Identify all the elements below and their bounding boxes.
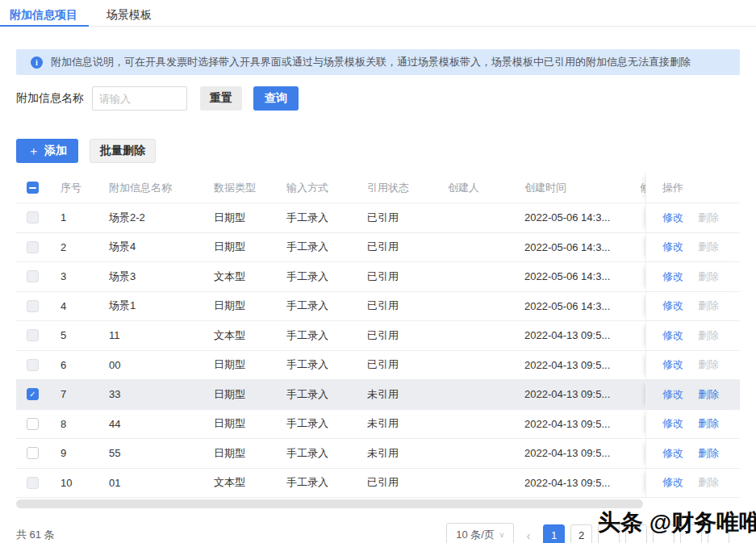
delete-link[interactable]: 删除: [698, 269, 719, 284]
page-size-value: 10 条/页: [456, 528, 495, 542]
row-checkbox-cell: [16, 477, 61, 489]
cell-data-type: 日期型: [214, 240, 286, 254]
plus-icon: ＋: [27, 144, 40, 159]
page-button-obscured[interactable]: [625, 524, 647, 543]
page-button-obscured[interactable]: [680, 524, 702, 543]
info-banner-text: 附加信息说明，可在开具发票时选择带入开具界面或通过与场景模板关联，通过场景模板带…: [51, 55, 691, 69]
edit-link[interactable]: 修改: [662, 328, 683, 343]
row-checkbox[interactable]: ✓: [27, 388, 39, 400]
cell-index: 1: [61, 211, 109, 223]
cell-input-method: 手工录入: [286, 446, 367, 461]
cell-created-at: 2022-05-06 14:3...: [524, 241, 640, 253]
prev-page-icon[interactable]: ‹: [520, 528, 537, 542]
table-row: 2场景4日期型手工录入已引用2022-05-06 14:3...修改删除: [16, 233, 740, 263]
cell-name: 55: [109, 447, 214, 459]
cell-name: 01: [109, 477, 214, 489]
edit-link[interactable]: 修改: [662, 269, 683, 284]
chevron-down-icon: ˅: [499, 531, 504, 540]
row-checkbox: [27, 211, 39, 223]
cell-input-method: 手工录入: [286, 240, 367, 254]
table-row: 844日期型手工录入未引用2022-04-13 09:5...修改删除: [16, 410, 740, 440]
page-button-obscured[interactable]: [598, 524, 620, 543]
column-data-type: 数据类型: [214, 181, 286, 195]
cell-created-at: 2022-04-13 09:5...: [524, 477, 640, 489]
column-created-at: 创建时间: [524, 181, 640, 195]
delete-link[interactable]: 删除: [698, 211, 719, 225]
table-row: 3场景3文本型手工录入已引用2022-05-06 14:3...修改删除: [16, 262, 740, 292]
cell-ref-status: 已引用: [367, 475, 448, 490]
reset-button[interactable]: 重置: [200, 86, 242, 111]
cell-ref-status: 已引用: [367, 299, 448, 313]
cell-name: 44: [109, 418, 214, 430]
delete-link[interactable]: 删除: [698, 240, 719, 254]
cell-ref-status: 未引用: [367, 446, 448, 461]
cell-input-method: 手工录入: [286, 269, 367, 284]
cell-name: 00: [109, 359, 214, 371]
delete-link[interactable]: 删除: [698, 299, 719, 313]
cell-ref-status: 已引用: [367, 328, 448, 343]
search-button[interactable]: 查询: [253, 86, 299, 111]
row-checkbox-cell: [16, 300, 61, 312]
add-button[interactable]: ＋ 添加: [16, 139, 78, 163]
additional-info-name-input[interactable]: [92, 86, 187, 111]
cell-data-type: 文本型: [214, 269, 286, 284]
cell-index: 6: [61, 359, 109, 371]
delete-link[interactable]: 删除: [698, 446, 719, 461]
edit-link[interactable]: 修改: [662, 475, 683, 490]
table-footer: 共 61 条 10 条/页 ˅ ‹ 12: [16, 522, 740, 543]
row-operations: 修改删除: [645, 292, 740, 321]
table-row: 955日期型手工录入未引用2022-04-13 09:5...修改删除: [16, 439, 740, 469]
row-checkbox: [27, 270, 39, 282]
cell-data-type: 文本型: [214, 328, 286, 343]
edit-link[interactable]: 修改: [662, 357, 683, 372]
row-operations: 修改删除: [645, 321, 740, 350]
row-operations: 修改删除: [645, 351, 740, 380]
column-operations: 操作: [645, 173, 740, 203]
tab-bar: 附加信息项目 场景模板: [0, 0, 756, 27]
delete-link[interactable]: 删除: [698, 475, 719, 490]
edit-link[interactable]: 修改: [662, 416, 683, 431]
select-all-checkbox[interactable]: [27, 182, 39, 194]
row-checkbox: [27, 359, 39, 371]
row-checkbox: [27, 241, 39, 253]
delete-link[interactable]: 删除: [698, 328, 719, 343]
cell-created-at: 2022-04-13 09:5...: [524, 447, 640, 459]
cell-input-method: 手工录入: [286, 387, 367, 402]
edit-link[interactable]: 修改: [662, 240, 683, 254]
table-header: 序号 附加信息名称 数据类型 输入方式 引用状态 创建人 创建时间 修 操作: [16, 173, 740, 203]
tab-scene-template[interactable]: 场景模板: [103, 6, 155, 26]
delete-link[interactable]: 删除: [698, 387, 719, 402]
delete-link[interactable]: 删除: [698, 416, 719, 431]
edit-link[interactable]: 修改: [662, 387, 683, 402]
info-banner: i 附加信息说明，可在开具发票时选择带入开具界面或通过与场景模板关联，通过场景模…: [16, 49, 740, 75]
row-checkbox-cell: [16, 329, 61, 341]
batch-delete-button[interactable]: 批量删除: [90, 139, 156, 163]
row-operations: 修改删除: [645, 203, 740, 232]
horizontal-scrollbar[interactable]: [16, 499, 643, 508]
cell-created-at: 2022-04-13 09:5...: [524, 388, 640, 400]
row-checkbox[interactable]: [27, 418, 39, 430]
cell-data-type: 日期型: [214, 446, 286, 461]
row-checkbox: [27, 329, 39, 341]
table-row: ✓733日期型手工录入未引用2022-04-13 09:5...修改删除: [16, 380, 740, 410]
row-checkbox[interactable]: [27, 447, 39, 459]
row-checkbox: [27, 300, 39, 312]
page-button-obscured[interactable]: [653, 524, 675, 543]
page-button[interactable]: 2: [570, 524, 592, 543]
tab-additional-info-items[interactable]: 附加信息项目: [6, 6, 81, 26]
cell-created-at: 2022-04-13 09:5...: [524, 359, 640, 371]
delete-link[interactable]: 删除: [698, 357, 719, 372]
edit-link[interactable]: 修改: [662, 446, 683, 461]
cell-created-at: 2022-05-06 14:3...: [524, 211, 640, 223]
cell-created-at: 2022-04-13 09:5...: [524, 329, 640, 341]
page-button[interactable]: 1: [543, 524, 565, 543]
row-operations: 修改删除: [645, 410, 740, 439]
edit-link[interactable]: 修改: [662, 211, 683, 225]
page-button-obscured[interactable]: [708, 524, 729, 543]
cell-ref-status: 已引用: [367, 211, 448, 225]
cell-ref-status: 已引用: [367, 269, 448, 284]
edit-link[interactable]: 修改: [662, 299, 683, 313]
page-size-select[interactable]: 10 条/页 ˅: [446, 523, 514, 543]
table-row: 511文本型手工录入已引用2022-04-13 09:5...修改删除: [16, 321, 740, 351]
cell-index: 2: [61, 241, 109, 253]
